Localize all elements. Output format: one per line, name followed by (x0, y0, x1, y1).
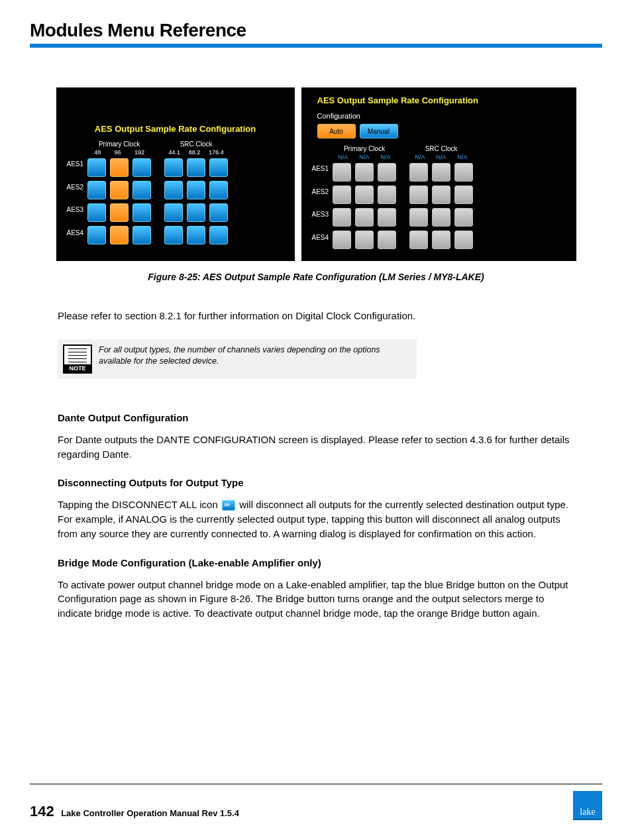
lake-logo: lake (573, 791, 602, 820)
rate-cell[interactable] (187, 203, 205, 222)
disconnect-all-icon (222, 500, 235, 511)
rate-cell[interactable] (132, 181, 151, 199)
rate-cell[interactable] (87, 226, 106, 244)
row-label: AES4 (312, 227, 329, 249)
rate-cell[interactable] (432, 185, 450, 204)
rate-cell[interactable] (164, 226, 183, 244)
col-header: 44.1 (168, 149, 180, 156)
figure-panels: AES Output Sample Rate Configuration AES… (50, 87, 582, 261)
primary-clock-label: Primary Clock (87, 140, 151, 148)
left-primary-group: Primary Clock 48 96 192 (87, 140, 151, 244)
right-primary-group: Primary Clock N/A N/A N/A (333, 145, 396, 249)
disconnect-body-a: Tapping the DISCONNECT ALL icon (58, 499, 221, 510)
rate-cell[interactable] (432, 231, 450, 249)
right-src-cells (409, 163, 473, 249)
col-header: 48 (94, 149, 101, 156)
rate-cell[interactable] (110, 181, 129, 199)
rate-cell[interactable] (132, 203, 151, 222)
col-header: 176.4 (209, 149, 224, 156)
rate-cell[interactable] (164, 203, 183, 222)
rate-cell[interactable] (409, 231, 428, 249)
col-header: N/A (437, 154, 447, 160)
rate-cell[interactable] (355, 208, 374, 227)
rate-cell[interactable] (355, 163, 374, 182)
rate-cell[interactable] (454, 163, 473, 182)
manual-button[interactable]: Manual (360, 124, 398, 138)
rate-cell[interactable] (454, 231, 473, 249)
disconnect-heading: Disconnecting Outputs for Output Type (58, 477, 574, 488)
rate-cell[interactable] (355, 185, 374, 204)
rate-cell[interactable] (209, 181, 228, 199)
rate-cell[interactable] (333, 231, 351, 249)
rate-cell[interactable] (209, 226, 228, 244)
rate-cell[interactable] (409, 185, 428, 204)
bridge-body: To activate power output channel bridge … (58, 578, 574, 621)
rate-cell[interactable] (378, 208, 396, 227)
rate-cell[interactable] (132, 226, 151, 244)
rate-cell[interactable] (110, 226, 129, 244)
row-label: AES3 (67, 199, 84, 221)
src-clock-label: SRC Clock (164, 140, 228, 148)
rate-cell[interactable] (164, 158, 183, 177)
col-header: N/A (415, 154, 425, 160)
row-label: AES4 (67, 222, 84, 244)
col-header: N/A (360, 154, 370, 160)
left-src-cells (164, 158, 228, 244)
panel-left-title: AES Output Sample Rate Configuration (67, 124, 284, 134)
aes-panel-right: AES Output Sample Rate Configuration Con… (301, 87, 576, 261)
rate-cell[interactable] (378, 163, 396, 182)
col-header: 192 (134, 149, 144, 156)
col-header: N/A (339, 154, 348, 160)
footer-text: Lake Controller Operation Manual Rev 1.5… (61, 808, 239, 818)
rate-cell[interactable] (87, 158, 106, 177)
disconnect-body: Tapping the DISCONNECT ALL icon will dis… (58, 498, 574, 541)
rate-cell[interactable] (209, 203, 228, 222)
rate-cell[interactable] (333, 185, 351, 204)
col-header: 96 (115, 149, 121, 156)
intro-paragraph: Please refer to section 8.2.1 for furthe… (58, 309, 574, 323)
note-icon-label: NOTE (64, 364, 91, 372)
rate-cell[interactable] (87, 181, 106, 199)
rate-cell[interactable] (110, 203, 129, 222)
header-rule (30, 44, 602, 48)
dante-body: For Dante outputs the DANTE CONFIGURATIO… (58, 433, 574, 462)
rate-cell[interactable] (333, 208, 351, 227)
config-label: Configuration (317, 112, 566, 120)
rate-cell[interactable] (454, 185, 473, 204)
rate-cell[interactable] (432, 208, 450, 227)
page-title: Modules Menu Reference (30, 20, 602, 41)
rate-cell[interactable] (432, 163, 450, 182)
row-label: AES3 (312, 203, 329, 226)
aes-panel-left: AES Output Sample Rate Configuration AES… (56, 87, 295, 261)
rate-cell[interactable] (333, 163, 351, 182)
rate-cell[interactable] (409, 163, 428, 182)
rate-cell[interactable] (187, 181, 205, 199)
rate-cell[interactable] (87, 203, 106, 222)
rate-cell[interactable] (164, 181, 183, 199)
rate-cell[interactable] (378, 185, 396, 204)
rate-cell[interactable] (378, 231, 396, 249)
rate-cell[interactable] (110, 158, 129, 177)
rate-cell[interactable] (454, 208, 473, 227)
rate-cell[interactable] (187, 158, 205, 177)
rate-cell[interactable] (355, 231, 374, 249)
page-footer: 142 Lake Controller Operation Manual Rev… (30, 784, 602, 820)
right-src-group: SRC Clock N/A N/A N/A (409, 145, 473, 249)
figure-caption: Figure 8-25: AES Output Sample Rate Conf… (30, 272, 602, 282)
note-text: For all output types, the number of chan… (99, 344, 407, 367)
page-number: 142 (30, 803, 54, 819)
rate-cell[interactable] (409, 208, 428, 227)
row-label: AES2 (67, 176, 84, 198)
rate-cell[interactable] (209, 158, 228, 177)
src-clock-label: SRC Clock (409, 145, 473, 152)
right-primary-cells (333, 163, 396, 249)
row-label: AES2 (312, 180, 329, 203)
footer-rule (30, 784, 602, 784)
col-header: N/A (458, 154, 468, 160)
auto-button[interactable]: Auto (317, 124, 356, 138)
panel-right-title: AES Output Sample Rate Configuration (312, 95, 566, 105)
left-src-group: SRC Clock 44.1 88.2 176.4 (164, 140, 228, 244)
rate-cell[interactable] (132, 158, 151, 177)
rate-cell[interactable] (187, 226, 205, 244)
col-header: 88.2 (189, 149, 201, 156)
